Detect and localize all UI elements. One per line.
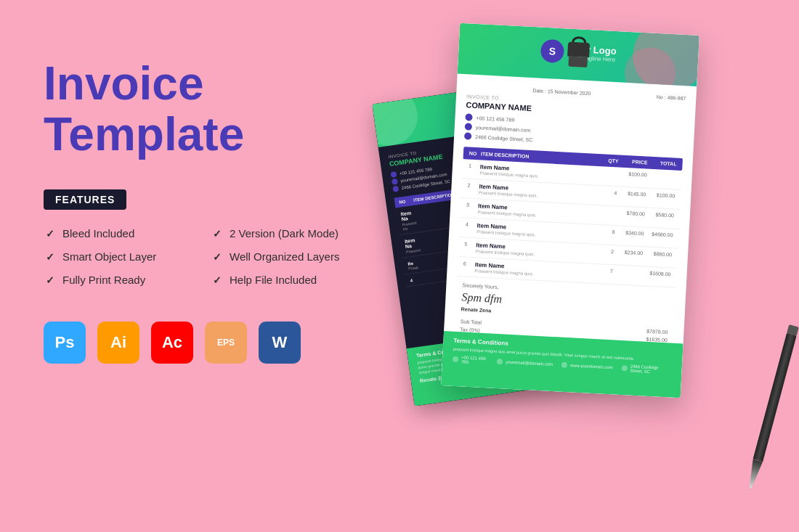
address-icon: [464, 132, 472, 140]
check-icon: ✓: [44, 227, 57, 240]
software-icons-row: Ps Ai Ac EPS W: [44, 322, 363, 364]
binder-clip: [567, 42, 590, 73]
pen: [745, 333, 796, 490]
email-icon: [465, 123, 473, 131]
feature-label: Bleed Included: [62, 227, 134, 240]
phone-dot: [453, 356, 458, 362]
right-panel: S YOU Your T INVOICE TO COMPANY NAME +00…: [349, 0, 799, 532]
feature-label: Smart Object Layer: [62, 250, 156, 263]
check-icon: ✓: [44, 250, 57, 263]
footer-email: youremail@domain.com: [497, 357, 553, 369]
invoice-light: S Your Logo Your Tagline Here Date : 15 …: [441, 23, 699, 398]
photoshop-icon: Ps: [44, 322, 86, 364]
feature-label: Fully Print Ready: [62, 274, 145, 286]
features-grid: ✓ Bleed Included ✓ 2 Version (Dark Mode)…: [44, 227, 363, 287]
feature-label: Help File Included: [230, 274, 317, 286]
footer-phone: +00 121 456 789: [453, 355, 489, 366]
pen-tip: [745, 459, 763, 490]
feature-label: 2 Version (Dark Mode): [230, 227, 338, 240]
footer-website: www.yourdomain.com: [561, 361, 613, 372]
left-panel: Invoice Template FEATURES ✓ Bleed Includ…: [44, 58, 363, 364]
word-icon: W: [259, 322, 301, 364]
check-icon: ✓: [44, 274, 57, 287]
feature-dark-mode: ✓ 2 Version (Dark Mode): [211, 227, 363, 240]
check-icon: ✓: [211, 250, 224, 263]
feature-bleed: ✓ Bleed Included: [44, 227, 196, 240]
feature-well-organized: ✓ Well Organized Layers: [211, 250, 363, 263]
feature-print-ready: ✓ Fully Print Ready: [44, 274, 196, 287]
address-dot: [621, 365, 627, 371]
phone-icon: [465, 113, 473, 121]
pen-body: [753, 333, 797, 462]
feature-smart-object: ✓ Smart Object Layer: [44, 250, 196, 263]
feature-help-file: ✓ Help File Included: [211, 274, 363, 287]
page-title: Invoice Template: [44, 58, 363, 160]
check-icon: ✓: [211, 227, 224, 240]
light-logo-icon: S: [540, 39, 565, 64]
light-body: Date : 15 November 2020 No : 486-987 INV…: [442, 74, 697, 373]
check-icon: ✓: [211, 274, 224, 287]
email-dot: [497, 359, 503, 364]
eps-icon: EPS: [205, 322, 247, 364]
features-label: FEATURES: [44, 189, 126, 210]
footer-address: 2466 Coolidge Street, SC: [621, 364, 672, 375]
acrobat-icon: Ac: [151, 322, 193, 364]
web-dot: [561, 362, 567, 368]
illustrator-icon: Ai: [97, 322, 139, 364]
feature-label: Well Organized Layers: [230, 250, 339, 263]
